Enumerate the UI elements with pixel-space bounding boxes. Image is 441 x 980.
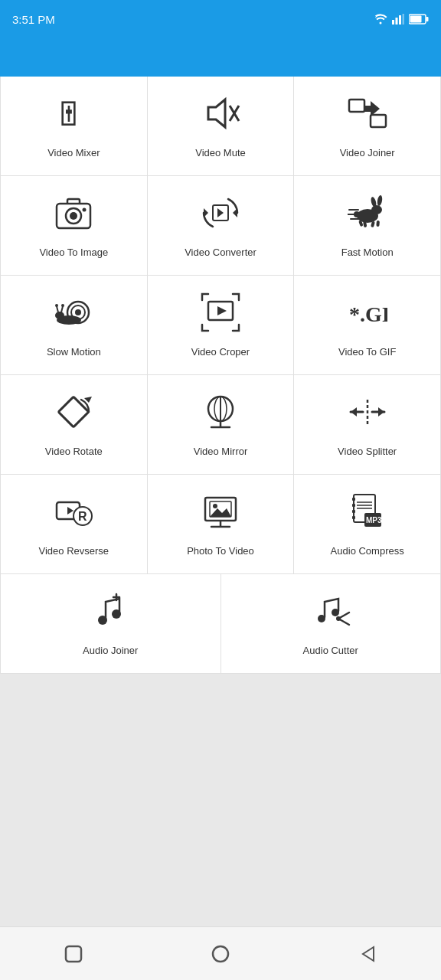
grid-item-video-croper[interactable]: Video Croper <box>148 276 295 375</box>
svg-rect-5 <box>426 17 429 21</box>
svg-line-40 <box>61 306 63 312</box>
svg-rect-75 <box>352 504 355 507</box>
grid-item-video-to-gif[interactable]: *.GIF Video To GIF <box>294 276 441 375</box>
battery-icon <box>409 14 429 24</box>
wifi-icon <box>374 14 387 24</box>
svg-line-39 <box>57 306 58 312</box>
svg-rect-74 <box>352 498 355 501</box>
svg-marker-8 <box>208 100 225 127</box>
nav-back-button[interactable] <box>355 942 380 966</box>
svg-marker-59 <box>67 507 74 514</box>
video-rotate-label: Video Rotate <box>45 446 103 457</box>
grid-item-video-joiner[interactable]: Video Joiner <box>294 77 441 176</box>
nav-circle-button[interactable] <box>208 942 233 966</box>
photo-to-video-label: Photo To Video <box>187 545 254 557</box>
svg-marker-44 <box>217 306 227 315</box>
svg-point-88 <box>213 946 228 962</box>
svg-text:R: R <box>78 510 87 523</box>
video-converter-icon <box>201 193 240 239</box>
audio-compress-label: Audio Compress <box>331 545 404 557</box>
main-grid: 🎚 Video Mixer Video Mute Video Joiner <box>0 77 441 574</box>
svg-point-86 <box>336 616 341 621</box>
grid-item-slow-motion[interactable]: Slow Motion <box>1 276 148 375</box>
grid-item-video-splitter[interactable]: Video Splitter <box>294 375 441 475</box>
video-mirror-icon <box>201 392 240 438</box>
grid-item-audio-joiner[interactable]: Audio Joiner <box>1 574 221 674</box>
grid-item-video-mixer[interactable]: 🎚 Video Mixer <box>1 77 148 176</box>
audio-cutter-icon <box>311 591 351 637</box>
grid-item-audio-cutter[interactable]: Audio Cutter <box>221 574 442 674</box>
video-mixer-label: Video Mixer <box>47 147 100 158</box>
svg-point-42 <box>61 304 64 307</box>
svg-rect-3 <box>403 14 405 24</box>
video-to-gif-label: Video To GIF <box>338 346 396 358</box>
grid-item-audio-compress[interactable]: MP3 Audio Compress <box>294 475 441 574</box>
fast-motion-icon <box>348 193 387 239</box>
svg-point-17 <box>83 208 87 212</box>
svg-rect-77 <box>352 516 355 519</box>
video-to-gif-icon: *.GIF <box>348 292 387 338</box>
time: 3:51 PM <box>12 13 55 26</box>
svg-point-79 <box>112 609 121 619</box>
video-mixer-icon: 🎚 <box>54 93 93 139</box>
grid-item-video-mute[interactable]: Video Mute <box>148 77 295 176</box>
slow-motion-label: Slow Motion <box>47 346 101 358</box>
grid-item-video-to-image[interactable]: Video To Image <box>1 176 148 276</box>
status-icons <box>374 14 429 24</box>
svg-marker-55 <box>351 407 357 416</box>
svg-point-16 <box>70 212 77 220</box>
video-splitter-label: Video Splitter <box>338 446 397 457</box>
video-mute-icon <box>201 93 240 139</box>
svg-rect-0 <box>392 20 394 24</box>
video-splitter-icon <box>348 392 387 438</box>
fast-motion-label: Fast Motion <box>341 247 394 258</box>
video-mirror-label: Video Mirror <box>194 446 248 457</box>
svg-rect-87 <box>66 946 81 962</box>
svg-rect-1 <box>396 18 398 24</box>
svg-marker-57 <box>378 407 384 416</box>
audio-joiner-label: Audio Joiner <box>83 645 138 656</box>
svg-point-78 <box>98 616 107 625</box>
nav-square-button[interactable] <box>61 942 86 966</box>
svg-rect-13 <box>371 115 386 127</box>
video-revserse-label: Video Revserse <box>39 545 109 557</box>
status-bar: 3:51 PM <box>0 0 441 38</box>
svg-rect-28 <box>376 220 380 227</box>
video-to-image-icon <box>54 193 93 239</box>
svg-point-83 <box>332 609 339 616</box>
video-converter-label: Video Converter <box>185 247 256 258</box>
circle-icon <box>210 943 231 965</box>
audio-cutter-label: Audio Cutter <box>303 645 358 656</box>
svg-point-82 <box>318 615 325 622</box>
svg-rect-6 <box>410 16 422 23</box>
svg-marker-19 <box>217 208 224 217</box>
svg-text:MP3: MP3 <box>366 516 382 524</box>
grid-item-video-revserse[interactable]: R Video Revserse <box>1 475 148 574</box>
grid-item-video-converter[interactable]: Video Converter <box>148 176 295 276</box>
video-to-image-label: Video To Image <box>39 247 108 258</box>
video-rotate-icon <box>54 392 93 438</box>
video-joiner-label: Video Joiner <box>340 147 395 158</box>
svg-point-41 <box>55 304 58 307</box>
grid-item-video-rotate[interactable]: Video Rotate <box>1 375 148 475</box>
app-header <box>0 38 441 77</box>
grid-item-video-mirror[interactable]: Video Mirror <box>148 375 295 475</box>
grid-item-fast-motion[interactable]: Fast Motion <box>294 176 441 276</box>
footer-space <box>0 674 441 926</box>
svg-text:🎚: 🎚 <box>54 96 86 132</box>
svg-marker-65 <box>210 508 231 517</box>
svg-rect-76 <box>352 510 355 513</box>
svg-rect-2 <box>399 15 401 24</box>
svg-marker-89 <box>363 947 374 961</box>
photo-to-video-icon <box>201 492 240 537</box>
video-revserse-icon: R <box>54 492 93 537</box>
audio-compress-icon: MP3 <box>348 492 387 537</box>
svg-point-38 <box>55 312 64 319</box>
svg-point-23 <box>371 205 382 214</box>
svg-point-25 <box>376 195 382 207</box>
svg-rect-11 <box>349 100 364 112</box>
signal-icon <box>392 14 404 24</box>
svg-point-36 <box>75 309 81 315</box>
grid-item-photo-to-video[interactable]: Photo To Video <box>148 475 295 574</box>
svg-point-64 <box>213 504 217 508</box>
